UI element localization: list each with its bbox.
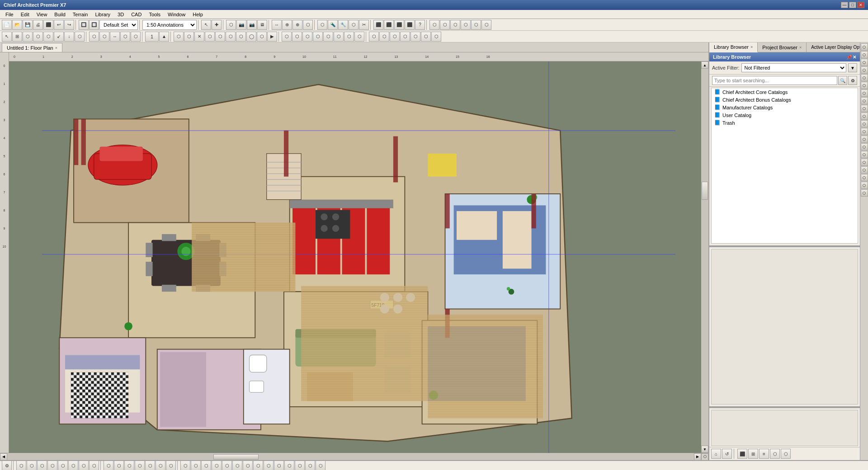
scroll-left-btn[interactable]: ◀ <box>0 453 7 461</box>
tree-item-bonus[interactable]: 📘 Chief Architect Bonus Catalogs <box>712 96 858 103</box>
bt-btn-24[interactable]: ⬡ <box>253 461 263 470</box>
bt-btn-25[interactable]: ⬡ <box>264 461 274 470</box>
tb-btn-17[interactable]: ⊕ <box>292 20 302 30</box>
tb2-btn-15[interactable]: ⬡ <box>174 32 184 42</box>
bt-btn-20[interactable]: ⬡ <box>212 461 222 470</box>
menu-tools[interactable]: Tools <box>145 11 164 18</box>
bt-btn-4[interactable]: ⬡ <box>37 461 47 470</box>
tab-library-close[interactable]: × <box>750 45 753 49</box>
tb2-btn-7[interactable]: ↓ <box>64 32 74 42</box>
tb-btn-20[interactable]: 🔦 <box>328 20 338 30</box>
tb2-btn-32[interactable]: ⬡ <box>354 32 364 42</box>
bt-btn-19[interactable]: ⬡ <box>201 461 211 470</box>
rs-btn-4[interactable]: ⬡ <box>861 66 868 74</box>
tb-btn-25[interactable]: ⬛ <box>384 20 394 30</box>
tab-library-browser[interactable]: Library Browser × <box>709 42 758 52</box>
save-btn[interactable]: 💾 <box>23 20 33 30</box>
rs-btn-20[interactable]: ⬡ <box>861 189 868 197</box>
tb2-btn-11[interactable]: ↔ <box>110 32 120 42</box>
library-tree[interactable]: 📘 Chief Architect Core Catalogs 📘 Chief … <box>711 88 858 244</box>
set-dropdown[interactable]: Default Set <box>99 20 138 30</box>
rs-btn-12[interactable]: ⬡ <box>861 128 868 135</box>
tb-btn-24[interactable]: ⬛ <box>373 20 383 30</box>
lib-view-btn-5[interactable]: ⬡ <box>781 449 791 459</box>
tb-btn-10[interactable]: ✚ <box>212 20 222 30</box>
bt-btn-6[interactable]: ⬡ <box>58 461 68 470</box>
tree-item-trash[interactable]: 📘 Trash <box>712 119 858 127</box>
rs-btn-1[interactable]: ⬡ <box>861 43 868 51</box>
bt-btn-15[interactable]: ⬡ <box>156 461 165 470</box>
menu-library[interactable]: Library <box>91 11 114 18</box>
tree-item-core[interactable]: 📘 Chief Architect Core Catalogs <box>712 88 858 96</box>
tb-btn-15[interactable]: ↔ <box>272 20 282 30</box>
tb2-btn-38[interactable]: ⬡ <box>421 32 431 42</box>
floor-plan-view[interactable]: 5F718 <box>9 61 708 453</box>
tb-btn-16[interactable]: ⊕ <box>282 20 292 30</box>
tb-btn-32[interactable]: ⬡ <box>471 20 481 30</box>
bt-btn-10[interactable]: ⬡ <box>104 461 113 470</box>
menu-view[interactable]: View <box>33 11 51 18</box>
tb-btn-28[interactable]: ⬡ <box>429 20 439 30</box>
tb2-btn-37[interactable]: ⬡ <box>410 32 420 42</box>
tab-close-btn[interactable]: × <box>55 46 57 50</box>
tb2-btn-1[interactable]: ↖ <box>2 32 12 42</box>
rs-btn-7[interactable]: ⬡ <box>861 89 868 97</box>
menu-window[interactable]: Window <box>164 11 189 18</box>
tb2-btn-17[interactable]: ✕ <box>194 32 204 42</box>
open-btn[interactable]: 📂 <box>12 20 22 30</box>
lib-view-btn-2[interactable]: ⊞ <box>748 449 758 459</box>
tb2-counter[interactable]: 1 <box>145 32 159 42</box>
tb-btn-31[interactable]: ⬡ <box>461 20 471 30</box>
rs-btn-13[interactable]: ⬡ <box>861 136 868 143</box>
horizontal-scroll[interactable]: ◀ ▶ ⬡ <box>0 453 708 460</box>
annotation-dropdown[interactable]: 1:50 Annotations <box>142 20 197 30</box>
rs-btn-6[interactable]: ⬡ <box>861 82 868 89</box>
tb2-btn-34[interactable]: ⬡ <box>379 32 389 42</box>
tb-btn-22[interactable]: ⬡ <box>349 20 359 30</box>
rs-btn-9[interactable]: ⬡ <box>861 105 868 112</box>
scroll-down-btn[interactable]: ▼ <box>701 446 708 453</box>
bt-btn-12[interactable]: ⬡ <box>124 461 134 470</box>
tb2-btn-27[interactable]: ⬡ <box>302 32 312 42</box>
tb2-btn-19[interactable]: ⬡ <box>215 32 225 42</box>
tb-btn-27[interactable]: ⬛ <box>405 20 415 30</box>
menu-help[interactable]: Help <box>189 11 207 18</box>
bt-btn-13[interactable]: ⬡ <box>135 461 145 470</box>
tb-btn-13[interactable]: 📷 <box>247 20 257 30</box>
tb-btn-12[interactable]: 📷 <box>236 20 246 30</box>
tb2-btn-14[interactable]: ▲ <box>159 32 169 42</box>
search-advanced-btn[interactable]: ⚙ <box>848 76 857 85</box>
bt-btn-17[interactable]: ⬡ <box>180 461 190 470</box>
h-scroll-thumb[interactable] <box>213 454 259 460</box>
menu-file[interactable]: File <box>2 11 17 18</box>
bt-btn-11[interactable]: ⬡ <box>114 461 124 470</box>
tb-btn-30[interactable]: ⬡ <box>450 20 460 30</box>
tb2-btn-10[interactable]: ⬡ <box>99 32 109 42</box>
tb2-btn-33[interactable]: ⬡ <box>369 32 379 42</box>
bt-btn-16[interactable]: ⬡ <box>166 461 176 470</box>
close-button[interactable]: ✕ <box>857 2 864 8</box>
lib-home-btn[interactable]: ⌂ <box>711 449 721 459</box>
tb2-btn-9[interactable]: ⬡ <box>89 32 99 42</box>
bt-btn-30[interactable]: ⬡ <box>316 461 326 470</box>
menu-cad[interactable]: CAD <box>127 11 145 18</box>
tb-btn-7[interactable]: ↪ <box>64 20 74 30</box>
bt-btn-28[interactable]: ⬡ <box>295 461 305 470</box>
tb2-btn-2[interactable]: ⊞ <box>12 32 22 42</box>
bt-btn-27[interactable]: ⬡ <box>284 461 294 470</box>
scroll-up-btn[interactable]: ▲ <box>701 61 708 69</box>
tb2-btn-26[interactable]: ⬡ <box>292 32 302 42</box>
tb2-btn-3[interactable]: ⬡ <box>23 32 33 42</box>
tb2-btn-29[interactable]: ⬡ <box>323 32 333 42</box>
bt-btn-29[interactable]: ⬡ <box>305 461 315 470</box>
tb2-btn-24[interactable]: ▶ <box>267 32 277 42</box>
lib-view-btn-4[interactable]: ⬡ <box>770 449 780 459</box>
bt-btn-7[interactable]: ⬡ <box>68 461 78 470</box>
rs-btn-19[interactable]: ⬡ <box>861 182 868 189</box>
new-btn[interactable]: 📄 <box>2 20 12 30</box>
tb2-btn-12[interactable]: ⬡ <box>120 32 130 42</box>
tree-item-user[interactable]: 📘 User Catalog <box>712 111 858 119</box>
bt-btn-22[interactable]: ⬡ <box>232 461 242 470</box>
bt-btn-5[interactable]: ⬡ <box>47 461 57 470</box>
tb-btn-18[interactable]: ⬡ <box>303 20 313 30</box>
